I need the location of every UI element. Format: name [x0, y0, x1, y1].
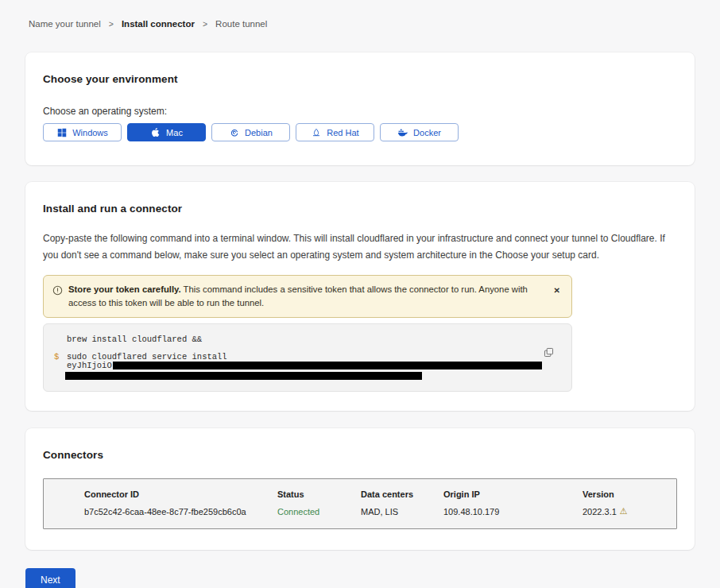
command-line-token: eyJhIjoiO	[67, 362, 540, 371]
os-button-windows[interactable]: Windows	[43, 123, 122, 141]
os-button-mac[interactable]: Mac	[127, 123, 206, 141]
command-line-brew: brew install cloudflared &&	[67, 335, 540, 345]
origin-ip-value: 109.48.10.179	[443, 507, 583, 516]
install-connector-card: Install and run a connector Copy-paste t…	[25, 182, 695, 411]
connectors-table-header: Connector ID Status Data centers Origin …	[84, 489, 668, 499]
token-warning-text: Store your token carefully. This command…	[68, 283, 536, 310]
breadcrumb-separator: >	[203, 19, 207, 29]
col-header-origin-ip: Origin IP	[443, 489, 583, 499]
redacted-token-bar	[113, 362, 542, 369]
breadcrumb-route-tunnel[interactable]: Route tunnel	[215, 19, 267, 29]
data-centers-value: MAD, LIS	[361, 507, 443, 516]
next-button[interactable]: Next	[25, 568, 75, 588]
token-warning-banner: Store your token carefully. This command…	[43, 275, 572, 318]
environment-card-title: Choose your environment	[43, 73, 677, 85]
col-header-version: Version	[583, 489, 668, 499]
shell-prompt: $	[54, 353, 59, 362]
alert-circle-icon	[52, 285, 63, 296]
copy-icon[interactable]	[542, 346, 555, 359]
redacted-token-bar	[65, 372, 422, 380]
connectors-card: Connectors Connector ID Status Data cent…	[25, 428, 695, 550]
breadcrumb: Name your tunnel > Install connector > R…	[0, 0, 720, 29]
version-warning-icon: ⚠	[620, 507, 628, 516]
close-icon[interactable]: ✕	[551, 283, 563, 298]
os-button-docker[interactable]: Docker	[380, 123, 459, 141]
command-line-sudo: $sudo cloudflared service install	[67, 353, 540, 362]
version-number: 2022.3.1	[583, 507, 617, 516]
command-text: sudo cloudflared service install	[67, 352, 227, 362]
col-header-data-centers: Data centers	[361, 489, 443, 499]
page: Name your tunnel > Install connector > R…	[0, 0, 720, 588]
os-button-label: Debian	[245, 128, 273, 137]
breadcrumb-name-your-tunnel[interactable]: Name your tunnel	[29, 19, 101, 29]
col-header-status: Status	[277, 489, 361, 499]
os-select-label: Choose an operating system:	[43, 106, 677, 117]
docker-icon	[397, 127, 408, 137]
os-button-group: Windows Mac Debian	[43, 123, 677, 141]
choose-environment-card: Choose your environment Choose an operat…	[25, 52, 695, 165]
os-button-debian[interactable]: Debian	[211, 123, 290, 141]
breadcrumb-separator: >	[109, 19, 114, 29]
version-value: 2022.3.1⚠	[583, 507, 668, 516]
redhat-icon	[311, 127, 321, 137]
status-badge: Connected	[277, 507, 361, 516]
token-prefix: eyJhIjoiO	[67, 361, 112, 370]
col-header-connector-id: Connector ID	[84, 489, 277, 499]
install-command-block: brew install cloudflared && $sudo cloudf…	[43, 323, 572, 392]
os-button-label: Mac	[166, 128, 183, 137]
os-button-label: Windows	[72, 128, 108, 137]
token-warning-bold: Store your token carefully.	[68, 284, 181, 294]
os-button-redhat[interactable]: Red Hat	[296, 123, 374, 141]
table-row: b7c52c42-6caa-48ee-8c77-fbe259cb6c0a Con…	[84, 507, 668, 516]
os-button-label: Docker	[413, 128, 441, 137]
install-card-title: Install and run a connector	[43, 203, 677, 215]
windows-icon	[56, 127, 67, 137]
breadcrumb-install-connector[interactable]: Install connector	[122, 19, 195, 29]
connectors-card-title: Connectors	[43, 449, 677, 461]
install-card-description: Copy-paste the following command into a …	[43, 230, 677, 264]
apple-icon	[150, 127, 161, 137]
debian-icon	[229, 127, 239, 137]
os-button-label: Red Hat	[327, 128, 358, 137]
connector-id-value: b7c52c42-6caa-48ee-8c77-fbe259cb6c0a	[84, 507, 277, 516]
connectors-table: Connector ID Status Data centers Origin …	[43, 478, 677, 529]
